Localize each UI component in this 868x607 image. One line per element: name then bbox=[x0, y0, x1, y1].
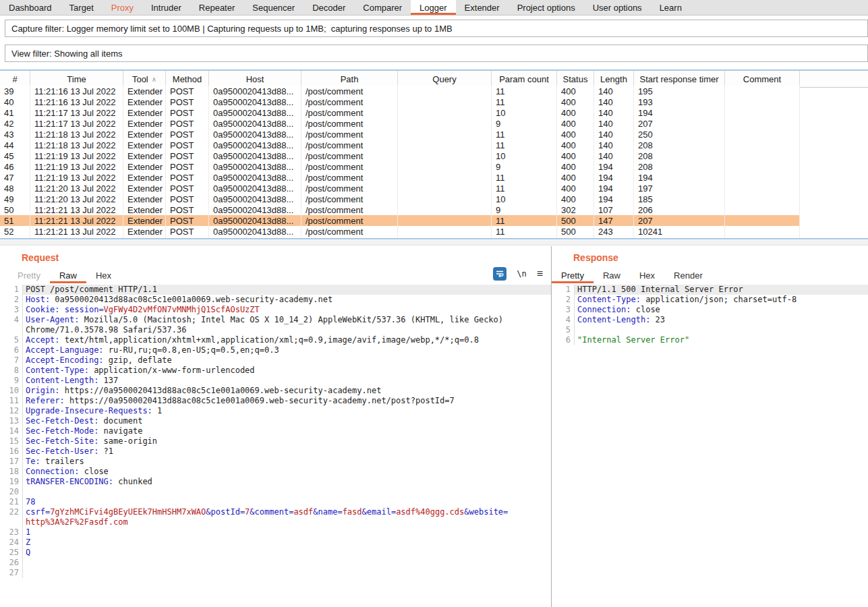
tab-render[interactable]: Render bbox=[664, 268, 712, 283]
table-row-46[interactable]: 4611:21:19 13 Jul 2022ExtenderPOST0a9500… bbox=[0, 161, 800, 172]
cell-query bbox=[398, 172, 492, 183]
cell-path: /post/comment bbox=[301, 107, 398, 118]
cell-status: 400 bbox=[557, 129, 594, 140]
cell-status: 302 bbox=[557, 204, 594, 215]
column-header--[interactable]: # bbox=[0, 71, 30, 87]
cell--: 49 bbox=[0, 194, 30, 204]
column-header-time[interactable]: Time bbox=[30, 71, 123, 87]
table-row-39[interactable]: 3911:21:16 13 Jul 2022ExtenderPOST0a9500… bbox=[0, 86, 800, 96]
tab-hex[interactable]: Hex bbox=[86, 268, 121, 283]
menu-item-repeater[interactable]: Repeater bbox=[190, 0, 243, 15]
table-row-45[interactable]: 4511:21:19 13 Jul 2022ExtenderPOST0a9500… bbox=[0, 150, 800, 161]
code-line: 8Content-Type: application/x-www-form-ur… bbox=[0, 366, 551, 376]
cell-tool: Extender bbox=[123, 172, 166, 183]
tab-pretty[interactable]: Pretty bbox=[8, 268, 50, 283]
table-row-44[interactable]: 4411:21:18 13 Jul 2022ExtenderPOST0a9500… bbox=[0, 140, 800, 150]
cell-param-count: 9 bbox=[492, 118, 557, 129]
code-line: 14Sec-Fetch-Mode: navigate bbox=[0, 426, 551, 436]
menu-item-target[interactable]: Target bbox=[61, 0, 103, 15]
menu-item-logger[interactable]: Logger bbox=[411, 0, 455, 15]
cell-comment bbox=[725, 129, 800, 140]
menu-item-comparer[interactable]: Comparer bbox=[354, 0, 411, 15]
cell-tool: Extender bbox=[123, 194, 166, 204]
cell-param-count: 11 bbox=[492, 226, 557, 237]
cell-param-count: 10 bbox=[492, 150, 557, 161]
column-header-path[interactable]: Path bbox=[301, 71, 398, 87]
line-number: 11 bbox=[0, 396, 23, 406]
cell-comment bbox=[725, 204, 800, 215]
column-header-status[interactable]: Status bbox=[557, 71, 594, 87]
logger-table[interactable]: #TimeTool∧MethodHostPathQueryParam count… bbox=[0, 69, 868, 239]
cell-time: 11:21:19 13 Jul 2022 bbox=[30, 150, 123, 161]
cell-query bbox=[398, 140, 492, 150]
cell-length: 140 bbox=[594, 150, 634, 161]
table-row-51[interactable]: 5111:21:21 13 Jul 2022ExtenderPOST0a9500… bbox=[0, 215, 800, 226]
cell-tool: Extender bbox=[123, 237, 166, 239]
menu-item-proxy[interactable]: Proxy bbox=[103, 0, 142, 15]
newline-icon[interactable]: \n bbox=[517, 269, 526, 279]
horizontal-splitter[interactable] bbox=[0, 240, 868, 245]
column-header-query[interactable]: Query bbox=[398, 71, 492, 87]
table-row-50[interactable]: 5011:21:21 13 Jul 2022ExtenderPOST0a9500… bbox=[0, 204, 800, 215]
code-line: 24Z bbox=[0, 538, 551, 548]
menu-item-extender[interactable]: Extender bbox=[456, 0, 509, 15]
cell-status: 500 bbox=[557, 215, 594, 226]
request-editor[interactable]: 1POST /post/comment HTTP/1.12Host: 0a950… bbox=[0, 285, 551, 607]
menu-item-intruder[interactable]: Intruder bbox=[142, 0, 190, 15]
cell-method: POST bbox=[166, 129, 209, 140]
column-header-method[interactable]: Method bbox=[166, 71, 209, 87]
code-line: 6Accept-Language: ru-RU,ru;q=0.8,en-US;q… bbox=[0, 345, 551, 355]
table-row-41[interactable]: 4111:21:17 13 Jul 2022ExtenderPOST0a9500… bbox=[0, 107, 800, 118]
column-header-start-response-timer[interactable]: Start response timer bbox=[634, 71, 725, 87]
cell-param-count: 11 bbox=[492, 96, 557, 107]
cell-tool: Extender bbox=[123, 107, 166, 118]
table-row-53[interactable]: 5311:21:22 13 Jul 2022ExtenderPOST0a9500… bbox=[0, 237, 800, 239]
cell-time: 11:21:17 13 Jul 2022 bbox=[30, 107, 123, 118]
tab-pretty[interactable]: Pretty bbox=[552, 268, 594, 283]
cell-method: POST bbox=[166, 161, 209, 172]
cell-start-response-timer: 193 bbox=[634, 96, 725, 107]
code-line: 11Referer: https://0a9500020413d88ac08c5… bbox=[0, 396, 551, 406]
table-row-42[interactable]: 4211:21:17 13 Jul 2022ExtenderPOST0a9500… bbox=[0, 118, 800, 129]
soft-wrap-icon[interactable] bbox=[493, 267, 507, 281]
menu-item-project-options[interactable]: Project options bbox=[509, 0, 584, 15]
column-header-param-count[interactable]: Param count bbox=[492, 71, 557, 87]
tab-hex[interactable]: Hex bbox=[630, 268, 664, 283]
tab-raw[interactable]: Raw bbox=[594, 268, 630, 283]
cell-comment bbox=[725, 161, 800, 172]
line-number: 5 bbox=[552, 325, 575, 335]
menu-item-decoder[interactable]: Decoder bbox=[303, 0, 354, 15]
cell-method: POST bbox=[166, 107, 209, 118]
cell-query bbox=[398, 194, 492, 204]
menu-item-dashboard[interactable]: Dashboard bbox=[0, 0, 61, 15]
column-header-length[interactable]: Length bbox=[594, 71, 634, 87]
menu-item-learn[interactable]: Learn bbox=[651, 0, 691, 15]
cell-comment bbox=[725, 183, 800, 194]
capture-filter-bar[interactable]: Capture filter: Logger memory limit set … bbox=[5, 20, 868, 37]
view-filter-bar[interactable]: View filter: Showing all items bbox=[5, 45, 868, 62]
cell-start-response-timer: 207 bbox=[634, 215, 725, 226]
code-line: 6"Internal Server Error" bbox=[552, 335, 868, 345]
column-header-tool[interactable]: Tool∧ bbox=[123, 71, 166, 87]
editor-menu-icon[interactable]: ≡ bbox=[537, 268, 543, 279]
code-line: 19tRANSFER-ENCODING: chunked bbox=[0, 477, 551, 487]
code-line: 9Content-Length: 137 bbox=[0, 376, 551, 386]
cell-comment bbox=[725, 86, 800, 96]
menu-item-sequencer[interactable]: Sequencer bbox=[243, 0, 303, 15]
response-editor[interactable]: 1HTTP/1.1 500 Internal Server Error2Cont… bbox=[552, 285, 868, 607]
code-line: 2Content-Type: application/json; charset… bbox=[552, 295, 868, 305]
code-line: 2Host: 0a9500020413d88ac08c5c1e001a0069.… bbox=[0, 295, 551, 305]
column-header-comment[interactable]: Comment bbox=[725, 71, 800, 87]
table-row-40[interactable]: 4011:21:16 13 Jul 2022ExtenderPOST0a9500… bbox=[0, 96, 800, 107]
code-line: 27 bbox=[0, 568, 551, 578]
table-row-47[interactable]: 4711:21:19 13 Jul 2022ExtenderPOST0a9500… bbox=[0, 172, 800, 183]
column-header-host[interactable]: Host bbox=[209, 71, 301, 87]
cell-length: 194 bbox=[594, 161, 634, 172]
cell-status: 400 bbox=[557, 96, 594, 107]
table-row-43[interactable]: 4311:21:18 13 Jul 2022ExtenderPOST0a9500… bbox=[0, 129, 800, 140]
table-row-48[interactable]: 4811:21:20 13 Jul 2022ExtenderPOST0a9500… bbox=[0, 183, 800, 194]
menu-item-user-options[interactable]: User options bbox=[584, 0, 651, 15]
table-row-49[interactable]: 4911:21:20 13 Jul 2022ExtenderPOST0a9500… bbox=[0, 194, 800, 204]
tab-raw[interactable]: Raw bbox=[50, 268, 86, 283]
table-row-52[interactable]: 5211:21:21 13 Jul 2022ExtenderPOST0a9500… bbox=[0, 226, 800, 237]
